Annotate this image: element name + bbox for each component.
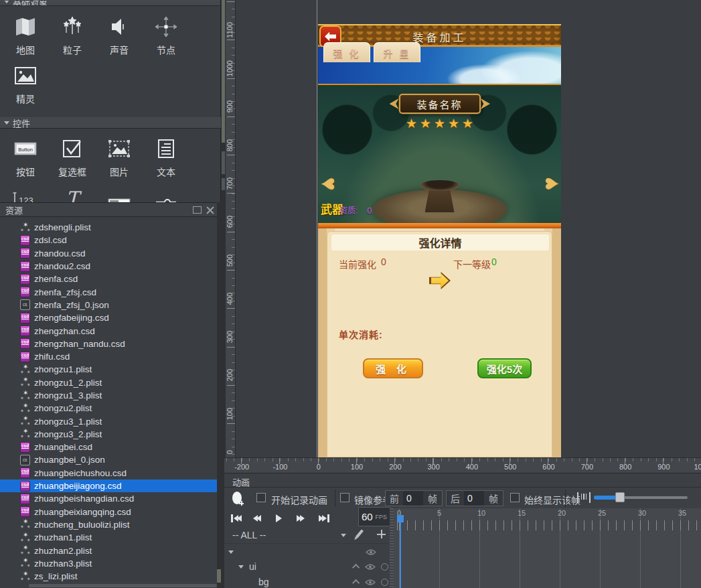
edit-pencil-icon[interactable] [356,529,364,538]
timeline-zoom-slider-handle[interactable] [615,492,625,502]
tool-text[interactable]: 文本 [143,137,189,178]
next-arrow-icon[interactable]: ♥ [537,177,561,190]
tool-particle[interactable]: 粒子 [49,15,96,56]
enhance-button[interactable]: 强 化 [363,358,423,378]
playhead-handle[interactable] [397,515,404,522]
skip-to-end-button[interactable] [319,511,329,526]
fps-value[interactable]: 60 [362,511,373,522]
details-panel: 强化详情 当前强化 0 下一等级 0 单次消耗: 强 化 强化5次 [327,231,552,457]
resources-title-bar[interactable]: 资源 [0,203,220,217]
list-item[interactable]: zhucheng_buluolizi.plist [0,518,217,531]
section-header-controls[interactable]: 控件 [0,117,221,129]
file-type-icon [20,352,30,362]
list-item[interactable]: zdshengli.plist [0,221,217,234]
list-item[interactable]: zhuangbeishangdian.csd [0,492,217,505]
visibility-eye-icon[interactable] [365,579,376,586]
resource-file-list: zdshengli.plist zdsl.csd zhandou.csd zha… [0,221,217,583]
record-keyframe-icon[interactable] [232,492,243,506]
toolbox-scrollbar-thumb[interactable] [222,0,225,143]
list-item[interactable]: zs_lizi.plist [0,570,217,583]
tool-map[interactable]: 地图 [2,15,49,56]
list-item[interactable]: zhenfa.csd [0,273,217,285]
list-item[interactable]: zhongzu1_2.plist [0,376,217,389]
dropdown-arrow-icon[interactable] [341,534,346,537]
list-item[interactable]: zhuzhan3.plist [0,557,217,570]
after-frames-input[interactable]: 0 [464,491,484,506]
mirror-reference-checkbox[interactable] [340,493,349,502]
list-item[interactable]: zhuangbei_0.json [0,453,217,466]
divider [224,543,394,544]
collapse-chevron-icon[interactable] [352,564,360,571]
resources-horizontal-scrollbar[interactable] [29,584,217,587]
list-item[interactable]: zhuangbeichushou.csd [0,467,217,480]
tab-star-up[interactable]: 升 星 [374,42,420,62]
tool-sound[interactable]: 声音 [96,15,143,56]
list-item[interactable]: zhuangbei.csd [0,441,217,453]
cost-label: 单次消耗: [339,327,383,341]
list-item[interactable]: zhongzu3_1.plist [0,415,217,427]
file-name: zhenfa_zfsj.csd [34,287,96,297]
list-item[interactable]: zhenfa_zfsj_0.json [0,299,217,311]
animation-filter-dropdown[interactable]: -- ALL -- [232,530,266,540]
collapse-arrow-icon[interactable] [228,550,234,554]
list-item[interactable]: zdsl.csd [0,234,217,246]
visibility-eye-icon[interactable] [365,563,376,571]
always-show-frame-checkbox[interactable] [510,493,520,502]
enhance-5x-button[interactable]: 强化5次 [477,358,532,378]
fps-box[interactable]: 60 FPS [358,507,390,526]
equipment-name-banner[interactable]: 装备名称 [399,94,481,114]
tool-node[interactable]: 节点 [143,15,189,56]
collapse-arrow-icon[interactable] [238,565,244,569]
visibility-eye-icon[interactable] [366,548,376,556]
list-item[interactable]: zhongzu2.plist [0,402,217,415]
forge-scene: 装备名称 ★★★★★ ♥ ♥ 武器资质:0 [318,85,561,224]
close-icon[interactable] [206,206,215,214]
list-item[interactable]: zhongzu1_3.plist [0,389,217,402]
tool-checkbox[interactable]: 复选框 [49,137,96,178]
next-frame-button[interactable] [297,511,305,526]
record-animation-checkbox[interactable] [256,493,266,502]
list-item[interactable]: zhengzhan_nandu.csd [0,338,217,350]
tree-row-ui[interactable]: ui [224,559,394,574]
ruler-label: 700 [568,463,606,471]
play-button[interactable] [276,511,282,526]
restore-window-icon[interactable] [193,206,202,214]
star-icon: ★ [420,116,431,131]
list-item[interactable]: zhandou2.csd [0,260,217,273]
list-item[interactable]: zhongzu1.plist [0,363,217,376]
list-item[interactable]: zhuzhan2.plist [0,544,217,557]
section-header-basic-objects[interactable]: 基础对象 [0,0,220,6]
list-item[interactable]: zhongzu3_2.plist [0,428,217,441]
add-animation-icon[interactable] [377,530,386,538]
list-item[interactable]: zhuzhan1.plist [0,531,217,544]
lock-circle-icon[interactable] [381,579,388,586]
ruler-label: 200 [226,369,234,381]
star-rating: ★★★★★ [406,116,473,131]
file-name: zs_lizi.plist [34,571,78,581]
ruler-label: 300 [226,331,234,343]
tab-enhance[interactable]: 强 化 [323,42,370,62]
game-preview-canvas[interactable]: 装备加工 强 化 升 星 装备名称 ★★★★★ ♥ ♥ [318,24,561,457]
prev-arrow-icon[interactable]: ♥ [318,177,342,190]
skip-to-start-button[interactable] [231,511,242,526]
tool-button[interactable]: Button 按钮 [2,137,49,178]
tool-sprite[interactable]: 精灵 [2,64,49,105]
timeline-area[interactable]: 05101520253035 [394,508,701,588]
playhead-line [400,518,401,588]
tree-row-root[interactable] [224,544,394,559]
list-item[interactable]: zhenfa_zfsj.csd [0,285,217,298]
list-item[interactable]: zhuangbeixiangqing.csd [0,506,217,518]
file-name: zhongzu1.plist [34,364,92,374]
collapse-chevron-icon[interactable] [352,579,360,587]
lock-circle-icon[interactable] [381,563,388,571]
before-frames-input[interactable]: 0 [403,491,423,506]
list-item[interactable]: zhengzhan.csd [0,324,217,337]
tree-row-bg[interactable]: bg [224,575,394,588]
list-item[interactable]: zhengfabeijing.csd [0,311,217,324]
frame-number: 10 [474,509,514,517]
tool-image[interactable]: 图片 [96,137,143,178]
list-item[interactable]: zhifu.csd [0,350,217,363]
list-item[interactable]: zhuangbeijiagong.csd [0,480,217,492]
list-item[interactable]: zhandou.csd [0,247,217,260]
previous-frame-button[interactable] [253,511,261,526]
